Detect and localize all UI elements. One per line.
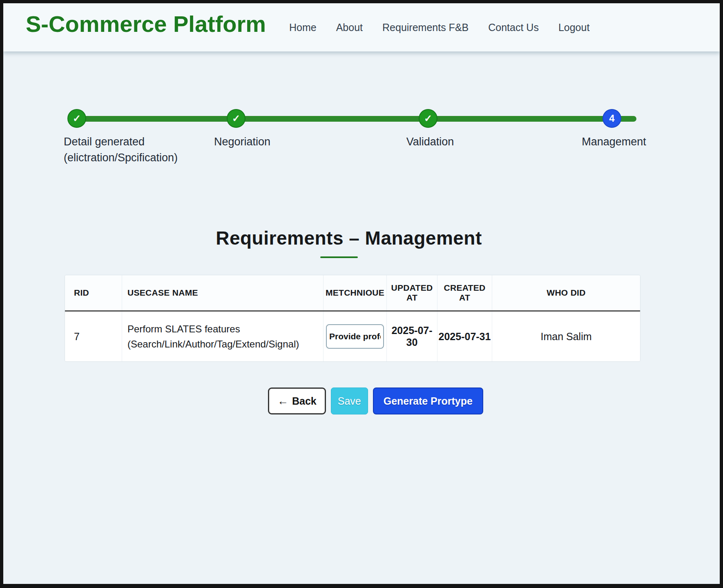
usecase-name-line2: (Search/Link/Author/Tag/Extend/Signal) [127,336,299,352]
nav-item-home[interactable]: Home [289,22,317,33]
step-1-title: Detail generated [64,134,178,150]
table-header-row: RID USECASE NAME METCHNIOUE UPDATED AT C… [65,275,640,312]
table-row: 7 Perform SLATES features (Search/Link/A… [65,312,640,361]
cell-metchnioue [324,312,387,361]
step-2-check-icon: ✓ [227,109,245,128]
back-button[interactable]: ← Back [268,388,326,414]
main-nav: Home About Requirements F&B Contact Us L… [289,3,589,51]
back-arrow-icon: ← [277,395,288,408]
page-title: Requirements – Management [3,227,694,249]
step-1-label: Detail generated (elictration/Spcificati… [64,134,178,166]
back-button-label: Back [292,395,317,407]
step-4-number-badge: 4 [602,109,621,128]
nav-item-contact-us[interactable]: Contact Us [488,22,539,33]
step-3-check-icon: ✓ [419,109,437,128]
stepper-progress-line [74,116,636,122]
brand-logo[interactable]: S-Commerce Platform [26,11,266,37]
save-button[interactable]: Save [331,388,368,414]
cell-who-did: Iman Salim [492,312,640,361]
column-header-rid: RID [65,275,122,310]
column-header-updated-at: UPDATED AT [387,275,437,310]
step-2-label: Negoriation [195,134,289,150]
cell-usecase-name: Perform SLATES features (Search/Link/Aut… [122,312,324,361]
step-1-subtitle: (elictration/Spcification) [64,150,178,166]
cell-updated-at: 2025-07-30 [387,312,437,361]
step-4-label: Management [567,134,661,150]
step-1-check-icon: ✓ [67,109,86,128]
cell-rid: 7 [65,312,122,361]
column-header-usecase-name: USECASE NAME [122,275,324,310]
usecase-name-line1: Perform SLATES features [127,321,240,336]
action-buttons: ← Back Save Generate Prortype [268,388,483,414]
step-3-label: Validation [383,134,477,150]
metchnioue-input[interactable] [326,324,384,349]
nav-item-logout[interactable]: Logout [558,22,589,33]
title-underline [320,256,358,258]
generate-prototype-button[interactable]: Generate Prortype [373,388,483,414]
column-header-metchnioue: METCHNIOUE [324,275,387,310]
cell-created-at: 2025-07-31 [437,312,492,361]
column-header-created-at: CREATED AT [437,275,492,310]
nav-item-about[interactable]: About [336,22,363,33]
app-header: S-Commerce Platform Home About Requireme… [3,3,720,51]
nav-item-requirements-fb[interactable]: Requirements F&B [382,22,469,33]
column-header-who-did: WHO DID [492,275,640,310]
requirements-table: RID USECASE NAME METCHNIOUE UPDATED AT C… [65,275,640,362]
